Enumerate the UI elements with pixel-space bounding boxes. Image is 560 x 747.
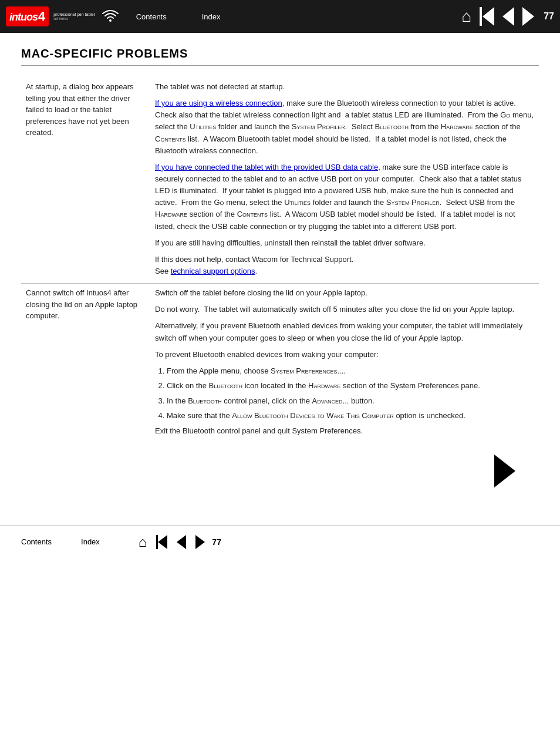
bottom-page-number: 77 <box>212 537 221 547</box>
solution2-para-1: Switch off the tablet before closing the… <box>155 287 534 299</box>
bottom-home-button[interactable]: ⌂ <box>135 531 151 553</box>
nav-index-link[interactable]: Index <box>202 12 221 21</box>
solution2-para-3: Alternatively, if you prevent Bluetooth … <box>155 320 534 344</box>
bottom-home-icon: ⌂ <box>139 534 147 550</box>
first-page-icon <box>480 7 494 26</box>
bottom-contents-link[interactable]: Contents <box>21 537 52 546</box>
next-page-arrow-container <box>21 455 539 487</box>
solution-para-5: If this does not help, contact Wacom for… <box>155 254 534 277</box>
bottom-prev-icon <box>177 535 186 549</box>
wireless-label: wireless <box>53 16 95 21</box>
usb-connection-link[interactable]: If you have connected the tablet with th… <box>155 163 380 171</box>
bottom-first-button[interactable] <box>153 533 171 551</box>
page-title: MAC-SPECIFIC PROBLEMS <box>21 47 539 66</box>
wireless-connection-link[interactable]: If you are using a wireless connection <box>155 99 282 107</box>
list-item: In the Bluetooth control panel, click on… <box>167 395 534 407</box>
bottom-nav-icons: ⌂ <box>135 531 209 553</box>
wifi-icon <box>102 9 119 24</box>
steps-list: From the Apple menu, choose System Prefe… <box>155 365 534 422</box>
solution-para-3: If you have connected the tablet with th… <box>155 161 534 233</box>
nav-icons: ⌂ 77 <box>458 5 554 28</box>
bottom-index-link[interactable]: Index <box>81 537 100 546</box>
table-row: Cannot switch off Intuos4 after closing … <box>21 284 539 443</box>
logo-subtitle: professional pen tablet wireless <box>53 12 95 21</box>
problem-description: At startup, a dialog box appears telling… <box>21 78 150 284</box>
home-icon: ⌂ <box>461 7 471 26</box>
home-button[interactable]: ⌂ <box>458 5 475 28</box>
prev-page-icon <box>502 7 514 26</box>
logo-4: 4 <box>38 9 45 24</box>
content-next-page-arrow[interactable] <box>494 455 515 487</box>
logo-sub-text: professional pen tablet <box>53 12 95 16</box>
solution-content: The tablet was not detected at startup. … <box>150 78 539 284</box>
first-page-button[interactable] <box>476 5 498 28</box>
svg-point-0 <box>109 19 112 22</box>
list-item: From the Apple menu, choose System Prefe… <box>167 365 534 377</box>
solution2-para-2: Do not worry. The tablet will automatica… <box>155 304 534 315</box>
page-number: 77 <box>544 11 554 22</box>
solution-para-4: If you are still having difficulties, un… <box>155 237 534 249</box>
logo-box: intuos 4 <box>6 6 49 26</box>
technical-support-link[interactable]: technical support options <box>171 267 255 275</box>
solution-para-2: If you are using a wireless connection, … <box>155 97 534 157</box>
solution-para-1: The tablet was not detected at startup. <box>155 81 534 93</box>
solution2-para-4: To prevent Bluetooth enabled devices fro… <box>155 349 534 361</box>
bottom-next-button[interactable] <box>192 533 208 551</box>
bottom-navigation: Contents Index ⌂ 77 <box>0 525 560 558</box>
nav-contents-link[interactable]: Contents <box>136 12 167 21</box>
main-content: MAC-SPECIFIC PROBLEMS At startup, a dial… <box>0 33 560 507</box>
bottom-first-icon <box>156 535 167 549</box>
list-item: Make sure that the Allow Bluetooth Devic… <box>167 410 534 422</box>
logo-area: intuos 4 professional pen tablet wireles… <box>6 6 119 26</box>
prev-page-button[interactable] <box>499 5 518 28</box>
list-item: Click on the Bluetooth icon located in t… <box>167 380 534 392</box>
next-page-icon <box>522 7 534 26</box>
problem-description-2: Cannot switch off Intuos4 after closing … <box>21 284 150 443</box>
solution2-para-5: Exit the Bluetooth control panel and qui… <box>155 425 534 437</box>
next-page-button[interactable] <box>519 5 538 28</box>
top-navigation: intuos 4 professional pen tablet wireles… <box>0 0 560 33</box>
problems-table: At startup, a dialog box appears telling… <box>21 78 539 443</box>
nav-links: Contents Index <box>136 12 458 21</box>
solution-content-2: Switch off the tablet before closing the… <box>150 284 539 443</box>
bottom-prev-button[interactable] <box>173 533 190 551</box>
logo-intuos-text: intuos <box>9 11 38 23</box>
bottom-next-icon <box>195 535 205 549</box>
table-row: At startup, a dialog box appears telling… <box>21 78 539 284</box>
